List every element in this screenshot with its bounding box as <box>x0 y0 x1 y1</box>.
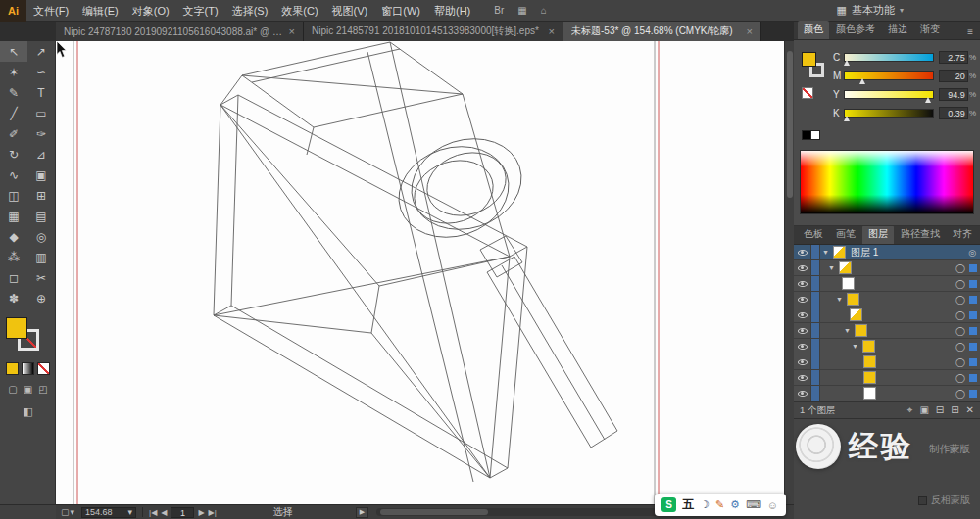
layer-name[interactable]: 图层 1 <box>851 246 878 260</box>
slider-thumb[interactable] <box>859 78 865 84</box>
close-icon[interactable]: × <box>289 26 295 36</box>
gradient-button[interactable] <box>22 362 34 375</box>
artboard-tool[interactable]: ◻ <box>0 267 27 288</box>
screen-mode-button[interactable]: ◧ <box>0 405 56 418</box>
gradient-tool[interactable]: ▤ <box>27 206 55 226</box>
layer-row[interactable]: ▼ ◯ <box>794 260 980 276</box>
scrollbar-thumb[interactable] <box>380 509 488 515</box>
visibility-toggle[interactable] <box>794 292 811 307</box>
selection-column[interactable] <box>811 245 820 260</box>
make-clip-mask-icon[interactable]: ▣ <box>919 404 928 416</box>
menu-item-select[interactable]: 选择(S) <box>225 0 275 22</box>
ime-mode-label[interactable]: 五 <box>682 496 694 513</box>
close-icon[interactable]: × <box>747 26 753 36</box>
none-button[interactable] <box>37 362 50 375</box>
menu-item-file[interactable]: 文件(F) <box>26 0 75 22</box>
magenta-slider[interactable] <box>844 71 934 80</box>
draw-inside-icon[interactable]: ◰ <box>38 384 47 395</box>
make-mask-button[interactable]: 制作蒙版 <box>929 443 970 456</box>
panel-menu-icon[interactable]: ≡ <box>964 24 976 39</box>
expand-caret-icon[interactable]: ▼ <box>836 296 843 303</box>
target-circle-icon[interactable]: ◯ <box>956 342 965 352</box>
scroll-right-button[interactable]: ▶ <box>356 507 368 518</box>
invert-mask-option[interactable]: 反相蒙版 <box>918 494 970 507</box>
workspace-switcher[interactable]: ▦ 基本功能 ▾ <box>837 3 904 18</box>
magenta-value-field[interactable]: 20 <box>939 70 968 82</box>
visibility-toggle[interactable] <box>794 307 811 322</box>
rotate-tool[interactable]: ↻ <box>0 144 27 165</box>
target-circle-icon[interactable]: ◯ <box>956 389 965 399</box>
menu-item-window[interactable]: 窗口(W) <box>374 0 427 22</box>
slice-tool[interactable]: ✂ <box>27 267 55 288</box>
zoom-level-field[interactable]: 154.68 ▾ <box>81 507 136 518</box>
person-icon[interactable]: ☺ <box>767 499 778 511</box>
locate-object-icon[interactable]: ⌖ <box>907 404 913 416</box>
tab-brushes[interactable]: 画笔 <box>830 225 861 244</box>
menu-item-view[interactable]: 视图(V) <box>325 0 375 22</box>
ime-logo-icon[interactable]: S <box>662 497 676 512</box>
target-circle-icon[interactable]: ◯ <box>956 357 965 367</box>
canvas-artboard[interactable] <box>56 41 784 504</box>
selection-tool[interactable]: ↖ <box>0 41 27 62</box>
visibility-toggle[interactable] <box>794 386 811 401</box>
layer-row[interactable]: ◯ <box>794 370 980 386</box>
moon-icon[interactable]: ☽ <box>700 498 710 511</box>
layer-row[interactable]: ▼ ◯ <box>794 323 980 339</box>
close-icon[interactable]: × <box>549 26 555 36</box>
tab-gradient[interactable]: 渐变 <box>914 21 946 39</box>
layer-row[interactable]: ◯ <box>794 276 980 292</box>
lasso-tool[interactable]: ∽ <box>27 62 55 82</box>
layer-row[interactable]: ◯ <box>794 386 980 401</box>
target-circle-icon[interactable]: ◯ <box>956 263 965 273</box>
ime-toolbar[interactable]: S 五 ☽ ✎ ⚙ ⌨ ☺ <box>655 494 786 516</box>
scale-tool[interactable]: ⊿ <box>27 144 55 165</box>
selection-column[interactable] <box>811 276 820 291</box>
none-swatch[interactable] <box>802 87 813 99</box>
fill-color-swatch[interactable] <box>6 317 27 339</box>
type-tool[interactable]: T <box>27 82 55 103</box>
target-circle-icon[interactable]: ◯ <box>956 310 965 320</box>
target-circle-icon[interactable]: ◯ <box>956 295 965 305</box>
target-circle-icon[interactable]: ◯ <box>956 279 965 289</box>
visibility-toggle[interactable] <box>794 276 811 291</box>
visibility-toggle[interactable] <box>794 245 811 260</box>
pen-tool[interactable]: ✎ <box>0 82 27 103</box>
menu-item-edit[interactable]: 编辑(E) <box>75 0 125 22</box>
checkbox-icon[interactable] <box>918 496 927 505</box>
tab-color-guide[interactable]: 颜色参考 <box>830 21 881 39</box>
app-logo[interactable]: Ai <box>0 0 26 22</box>
slider-thumb[interactable] <box>844 116 850 121</box>
cyan-value-field[interactable]: 2.75 <box>939 51 968 64</box>
pencil-icon[interactable]: ✎ <box>715 498 724 511</box>
arrange-documents-icon[interactable]: ▦ <box>517 5 526 16</box>
tab-color[interactable]: 颜色 <box>798 21 829 39</box>
expand-caret-icon[interactable]: ▼ <box>852 343 858 350</box>
line-segment-tool[interactable]: ╱ <box>0 103 27 123</box>
yellow-slider[interactable] <box>844 90 934 99</box>
fill-proxy-swatch[interactable] <box>802 52 816 67</box>
pencil-tool[interactable]: ✑ <box>27 123 55 144</box>
menu-item-object[interactable]: 对象(O) <box>125 0 176 22</box>
selection-column[interactable] <box>811 370 820 385</box>
cyan-slider[interactable] <box>844 53 934 62</box>
direct-selection-tool[interactable]: ↗ <box>27 41 55 62</box>
document-tab-3-active[interactable]: 未标题-53* @ 154.68% (CMYK/轮廓) × <box>564 22 761 41</box>
symbol-sprayer-tool[interactable]: ⁂ <box>0 247 27 267</box>
layer-row-layer1[interactable]: ▼ 图层 1 ◎ <box>794 245 980 260</box>
tab-stroke[interactable]: 描边 <box>882 21 913 39</box>
screen-mode-icon[interactable]: ▢▾ <box>61 507 74 517</box>
blend-tool[interactable]: ◎ <box>27 226 55 247</box>
target-circle-icon[interactable]: ◯ <box>956 373 965 383</box>
color-spectrum[interactable] <box>800 150 974 214</box>
zoom-tool[interactable]: ⊕ <box>27 288 55 308</box>
magic-wand-tool[interactable]: ✶ <box>0 62 27 82</box>
column-graph-tool[interactable]: ▥ <box>27 247 55 267</box>
cs-live-icon[interactable]: ⌂ <box>541 5 547 16</box>
scrollbar-thumb[interactable] <box>787 51 793 198</box>
visibility-toggle[interactable] <box>794 339 811 354</box>
document-tab-2[interactable]: Nipic 21485791 20181010145133983000[转换].… <box>304 22 564 41</box>
selection-column[interactable] <box>811 260 820 275</box>
last-artboard-button[interactable]: ▶| <box>209 508 217 517</box>
menu-item-effect[interactable]: 效果(C) <box>274 0 324 22</box>
vertical-scrollbar[interactable] <box>784 41 794 504</box>
